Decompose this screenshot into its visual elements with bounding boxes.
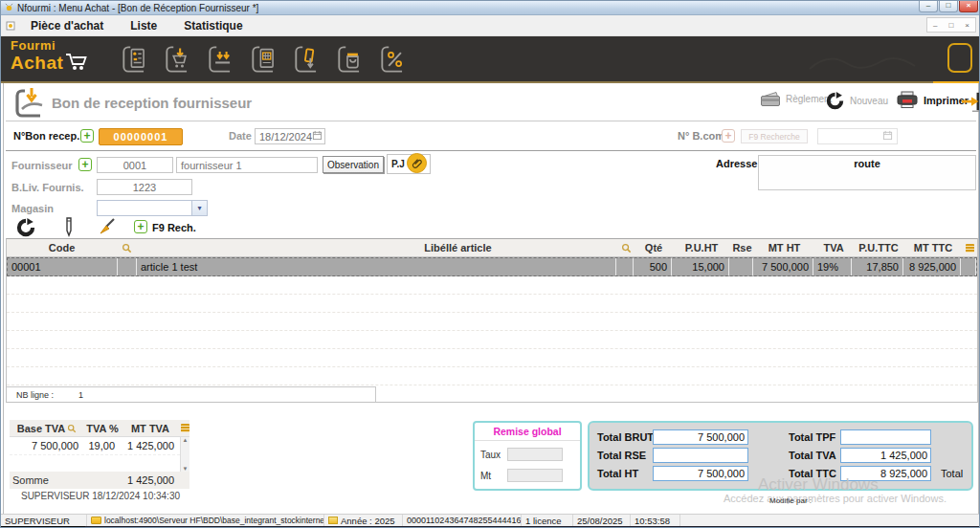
- exit-button[interactable]: [960, 91, 980, 114]
- search-code-icon[interactable]: [117, 239, 136, 256]
- payment-icon[interactable]: [290, 41, 326, 77]
- remise-title: Remise global: [475, 423, 580, 441]
- f9-search-plus-button[interactable]: +: [134, 220, 147, 233]
- col-puht[interactable]: P.U.HT: [673, 239, 730, 256]
- cell-libelle: article 1 test: [137, 258, 616, 275]
- tva-col-pct: TVA %: [84, 420, 121, 436]
- taux-field-disabled: [507, 448, 563, 461]
- cell-qte: 500: [634, 258, 672, 275]
- attachment-button[interactable]: [407, 153, 427, 173]
- app-logo: Fourmi Achat: [11, 39, 90, 72]
- add-fournisseur-button[interactable]: +: [78, 158, 92, 171]
- reception-icon: [13, 87, 48, 123]
- table-empty-row: [7, 295, 977, 313]
- add-bon-button[interactable]: +: [80, 129, 94, 143]
- title-bar: Nfourmi : Menu Achat - [Bon de Réception…: [1, 1, 980, 15]
- clear-broom-button[interactable]: [98, 217, 117, 240]
- bliv-field[interactable]: 1223: [97, 179, 192, 195]
- cell-gap: [616, 258, 634, 275]
- calendar-icon[interactable]: [312, 130, 323, 143]
- imprimer-button[interactable]: Imprimer: [896, 91, 969, 109]
- table-row-selected[interactable]: 00001 article 1 test 500 15,000 7 500,00…: [7, 257, 977, 276]
- total-rse-field[interactable]: [653, 448, 748, 463]
- total-brut-field[interactable]: 7 500,000: [653, 429, 748, 445]
- f9-search-label[interactable]: F9 Rech.: [152, 222, 196, 233]
- total-tva-field[interactable]: 1 425,000: [840, 448, 931, 463]
- col-mtht[interactable]: MT HT: [754, 239, 814, 256]
- table-empty-row: [7, 367, 977, 385]
- purchase-bag-icon[interactable]: [333, 41, 369, 77]
- purchase-order-icon[interactable]: [118, 41, 154, 77]
- search-libelle-icon[interactable]: [617, 239, 635, 256]
- discount-icon[interactable]: [376, 41, 412, 77]
- close-button[interactable]: ×: [959, 1, 978, 12]
- col-qte[interactable]: Qté: [635, 239, 673, 256]
- status-bar: SUPERVISEUR localhost:4900\Serveur HF\BD…: [1, 514, 980, 526]
- mdi-close-button[interactable]: ×: [965, 21, 969, 30]
- somme-row: Somme 1 425,000: [10, 472, 189, 489]
- status-license-key: 000011024364748255444416C: [403, 515, 522, 526]
- paperclip-icon: [412, 158, 423, 169]
- cell-mtht: 7 500,000: [753, 258, 813, 275]
- calendar-icon: [882, 130, 893, 143]
- status-licence-count: 1 licence: [522, 515, 573, 526]
- magasin-dropdown[interactable]: ▾: [97, 200, 208, 216]
- nb-ligne-value: 1: [78, 390, 83, 400]
- cell-puht: 15,000: [672, 258, 729, 275]
- observation-button[interactable]: Observation: [323, 156, 384, 173]
- restore-button[interactable]: □: [939, 1, 958, 12]
- status-user: SUPERVISEUR: [1, 515, 87, 526]
- menu-piece-achat[interactable]: Pièce d'achat: [17, 19, 117, 33]
- col-tva[interactable]: TVA: [814, 239, 853, 256]
- page-title: Bon de reception fournisseur: [52, 95, 252, 111]
- menu-liste[interactable]: Liste: [117, 19, 170, 33]
- logo-line1: Fourmi: [11, 38, 56, 53]
- logo-line2: Achat: [11, 54, 63, 72]
- toolbar-slot-button[interactable]: [947, 43, 972, 73]
- adresse-label: Adresse: [716, 158, 757, 169]
- total-brut-label: Total BRUT: [597, 431, 654, 443]
- status-date: 25/08/2025: [573, 515, 631, 526]
- mdi-restore-button[interactable]: □: [948, 21, 953, 30]
- dropdown-arrow-icon[interactable]: ▾: [191, 201, 207, 215]
- table-empty-row: [7, 313, 977, 331]
- cell-tva: 19%: [813, 258, 852, 275]
- nouveau-button[interactable]: Nouveau: [825, 91, 888, 111]
- bon-number-field[interactable]: 00000001: [99, 128, 183, 145]
- tva-menu-icon[interactable]: [180, 420, 189, 436]
- cell-code: 00001: [8, 258, 118, 275]
- col-code[interactable]: Code: [7, 239, 117, 256]
- total-ht-field[interactable]: 7 500,000: [653, 466, 748, 481]
- tva-col-base: Base TVA: [10, 420, 84, 436]
- menu-statistique[interactable]: Statistique: [170, 19, 256, 33]
- bliv-label: B.Liv. Fournis.: [11, 182, 84, 193]
- table-menu-icon[interactable]: [962, 239, 977, 256]
- date-label: Date: [229, 130, 252, 142]
- minimize-button[interactable]: –: [919, 1, 938, 12]
- col-rse[interactable]: Rse: [730, 239, 754, 256]
- date-field[interactable]: 18/12/2024: [255, 128, 325, 144]
- col-puttc[interactable]: P.U.TTC: [853, 239, 904, 256]
- reglement-button[interactable]: Règlement: [760, 91, 832, 107]
- col-mtttc[interactable]: MT TTC: [904, 239, 962, 256]
- total-tpf-label: Total TPF: [789, 431, 835, 443]
- somme-label: Somme: [12, 474, 49, 486]
- purchase-cart-icon[interactable]: [161, 41, 197, 77]
- fournisseur-label: Fournisseur: [11, 160, 73, 171]
- total-tpf-field[interactable]: [840, 429, 931, 445]
- search-icon[interactable]: [67, 424, 77, 433]
- mdi-minimize-button[interactable]: –: [933, 21, 937, 30]
- main-content: Bon de reception fournisseur Règlement N…: [3, 83, 979, 514]
- fournisseur-name-field[interactable]: fournisseur 1: [176, 157, 318, 173]
- tva-base-value: 7 500,000: [10, 437, 84, 454]
- col-libelle[interactable]: Libéllé article: [136, 239, 617, 256]
- adresse-value: route: [759, 156, 975, 169]
- table-empty-row: [7, 276, 977, 295]
- goods-reception-icon[interactable]: [204, 41, 240, 77]
- nb-ligne-row: NB ligne : 1: [7, 386, 977, 402]
- total-rse-label: Total RSE: [597, 450, 646, 461]
- fournisseur-code-field[interactable]: 0001: [97, 157, 173, 173]
- invoice-icon[interactable]: [247, 41, 283, 77]
- year-icon: [328, 517, 338, 524]
- scroll-up-icon[interactable]: ▲: [183, 437, 189, 443]
